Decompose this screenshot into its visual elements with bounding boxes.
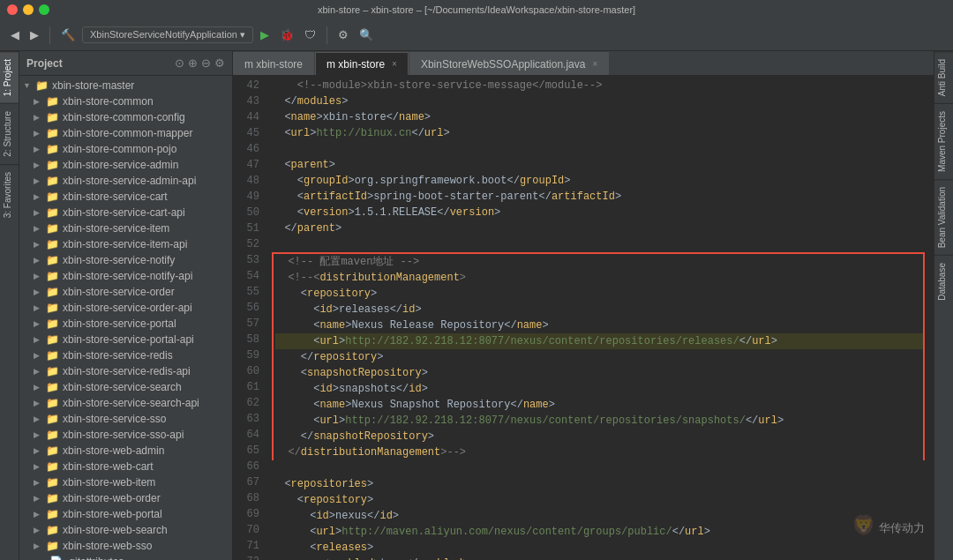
close-button[interactable] [7, 4, 18, 15]
tab-close-icon[interactable]: × [592, 59, 597, 69]
back-button[interactable]: ◀ [7, 26, 23, 43]
sidebar-item-common-pojo[interactable]: ▶ 📁 xbin-store-common-pojo [19, 141, 232, 157]
tree-label: xbin-store-web-item [63, 476, 155, 489]
sidebar-item-web-sso[interactable]: ▶ 📁 xbin-store-web-sso [19, 538, 232, 554]
tree-label: xbin-store-web-admin [63, 444, 164, 457]
editor-area: m xbin-store m xbin-store × XbinStoreWeb… [233, 51, 934, 560]
forward-button[interactable]: ▶ [26, 26, 42, 43]
sidebar-item-common-mapper[interactable]: ▶ 📁 xbin-store-common-mapper [19, 125, 232, 141]
folder-icon: 📁 [46, 254, 59, 266]
tree-label: xbin-store-service-notify-api [63, 270, 192, 282]
sidebar-item-service-redis[interactable]: ▶ 📁 xbin-store-service-redis [19, 347, 232, 363]
sidebar-expand-icon[interactable]: ⊕ [188, 56, 198, 70]
tree-label: xbin-store-service-redis-api [63, 365, 191, 377]
sidebar-item-service-sso[interactable]: ▶ 📁 xbin-store-service-sso [19, 411, 232, 427]
arrow-icon: ▶ [34, 303, 42, 312]
window-title: xbin-store – xbin-store – [~/Documents/I… [318, 4, 635, 15]
build-button[interactable]: 🔨 [57, 26, 79, 43]
folder-icon: 📁 [46, 365, 59, 377]
panel-maven-projects[interactable]: Maven Projects [934, 103, 953, 179]
sidebar-item-service-order-api[interactable]: ▶ 📁 xbin-store-service-order-api [19, 300, 232, 316]
sidebar-collapse-icon[interactable]: ⊖ [201, 56, 211, 70]
sidebar-item-service-cart-api[interactable]: ▶ 📁 xbin-store-service-cart-api [19, 205, 232, 220]
tab-xbin-store-active[interactable]: m xbin-store × [315, 52, 409, 75]
tab-label: XbinStoreWebSSOApplication.java [421, 58, 586, 71]
tree-label: xbin-store-service-cart-api [63, 206, 185, 219]
sidebar-item-service-search[interactable]: ▶ 📁 xbin-store-service-search [19, 379, 232, 395]
sidebar-item-service-portal-api[interactable]: ▶ 📁 xbin-store-service-portal-api [19, 332, 232, 347]
sidebar-item-service-item-api[interactable]: ▶ 📁 xbin-store-service-item-api [19, 236, 232, 252]
sidebar-item-web-portal[interactable]: ▶ 📁 xbin-store-web-portal [19, 506, 232, 522]
tab-sso-application[interactable]: XbinStoreWebSSOApplication.java × [409, 52, 609, 75]
sidebar-item-service-sso-api[interactable]: ▶ 📁 xbin-store-service-sso-api [19, 427, 232, 443]
sidebar-item-web-cart[interactable]: ▶ 📁 xbin-store-web-cart [19, 459, 232, 474]
search-everywhere-button[interactable]: 🔍 [356, 26, 377, 43]
arrow-icon: ▶ [34, 541, 42, 550]
arrow-icon: ▼ [23, 81, 32, 90]
sidebar-settings-icon[interactable]: ⚙ [214, 56, 225, 70]
sidebar-item-gitattributes[interactable]: 📄 .gitattributes [19, 554, 232, 560]
folder-icon: 📁 [46, 159, 59, 171]
panel-bean-validation[interactable]: Bean Validation [934, 179, 953, 255]
watermark: 🦁 华传动力 [852, 514, 925, 537]
sidebar-header: Project ⊙ ⊕ ⊖ ⚙ [19, 51, 232, 76]
panel-database[interactable]: Database [934, 255, 953, 308]
tab-close-icon[interactable]: × [392, 59, 397, 69]
folder-icon: 📁 [46, 127, 59, 139]
tree-label: xbin-store-service-order [63, 286, 175, 298]
tree-label: xbin-store-service-search-api [63, 397, 199, 409]
arrow-icon: ▶ [34, 335, 42, 344]
tab-favorites[interactable]: 3: Favorites [0, 164, 19, 225]
window-controls[interactable] [7, 4, 49, 15]
folder-icon: 📁 [46, 206, 59, 219]
sidebar-item-web-search[interactable]: ▶ 📁 xbin-store-web-search [19, 522, 232, 538]
arrow-icon: ▶ [34, 208, 42, 217]
folder-icon: 📁 [46, 460, 59, 473]
right-panel: Anti Build Maven Projects Bean Validatio… [934, 51, 953, 560]
tab-project[interactable]: 1: Project [0, 51, 19, 103]
tree-item-root[interactable]: ▼ 📁 xbin-store-master [19, 78, 232, 93]
sidebar-item-web-item[interactable]: ▶ 📁 xbin-store-web-item [19, 474, 232, 490]
sidebar-item-web-order[interactable]: ▶ 📁 xbin-store-web-order [19, 490, 232, 506]
sidebar-item-common[interactable]: ▶ 📁 xbin-store-common [19, 93, 232, 109]
maximize-button[interactable] [39, 4, 49, 15]
sidebar-item-service-admin[interactable]: ▶ 📁 xbin-store-service-admin [19, 157, 232, 173]
sidebar-item-service-item[interactable]: ▶ 📁 xbin-store-service-item [19, 220, 232, 236]
sidebar-item-service-notify[interactable]: ▶ 📁 xbin-store-service-notify [19, 252, 232, 268]
coverage-button[interactable]: 🛡 [301, 26, 319, 43]
folder-icon: 📁 [46, 143, 59, 155]
tree-label: xbin-store-service-admin [63, 159, 178, 171]
sidebar-item-service-admin-api[interactable]: ▶ 📁 xbin-store-service-admin-api [19, 173, 232, 189]
tab-xbin-store-parent[interactable]: m xbin-store [233, 52, 314, 75]
arrow-icon: ▶ [34, 113, 42, 122]
sidebar-item-common-config[interactable]: ▶ 📁 xbin-store-common-config [19, 109, 232, 125]
run-button[interactable]: ▶ [257, 26, 273, 43]
arrow-icon: ▶ [34, 494, 42, 503]
folder-icon: 📁 [46, 476, 59, 489]
sidebar-item-service-notify-api[interactable]: ▶ 📁 xbin-store-service-notify-api [19, 268, 232, 284]
run-config-selector[interactable]: XbinStoreServiceNotifyApplication ▾ [82, 26, 253, 43]
arrow-icon: ▶ [34, 129, 42, 138]
sidebar-item-service-search-api[interactable]: ▶ 📁 xbin-store-service-search-api [19, 395, 232, 411]
debug-button[interactable]: 🐞 [276, 26, 297, 43]
sidebar-item-service-cart[interactable]: ▶ 📁 xbin-store-service-cart [19, 189, 232, 205]
minimize-button[interactable] [23, 4, 34, 15]
tab-structure[interactable]: 2: Structure [0, 103, 19, 164]
tabs-bar: m xbin-store m xbin-store × XbinStoreWeb… [233, 51, 934, 76]
tree-label: xbin-store-service-admin-api [63, 175, 196, 187]
tree-label: xbin-store-service-cart [63, 190, 168, 203]
sidebar-item-service-portal[interactable]: ▶ 📁 xbin-store-service-portal [19, 316, 232, 332]
folder-icon: 📁 [46, 444, 59, 457]
folder-icon: 📁 [46, 524, 59, 536]
panel-anti-build[interactable]: Anti Build [934, 51, 953, 103]
tree-label: xbin-store-web-order [63, 492, 161, 504]
settings-button[interactable]: ⚙ [334, 26, 352, 43]
folder-icon: 📁 [46, 349, 59, 362]
folder-icon: 📁 [46, 175, 59, 187]
sidebar-item-service-order[interactable]: ▶ 📁 xbin-store-service-order [19, 284, 232, 300]
sidebar-scroll-icon[interactable]: ⊙ [175, 56, 184, 70]
sidebar-item-web-admin[interactable]: ▶ 📁 xbin-store-web-admin [19, 443, 232, 459]
sidebar-item-service-redis-api[interactable]: ▶ 📁 xbin-store-service-redis-api [19, 363, 232, 379]
code-editor[interactable]: <!--module>xbin-store-service-message</m… [265, 76, 934, 560]
editor-content: 4243444546 4748495051 5253545556 5758596… [233, 76, 934, 560]
